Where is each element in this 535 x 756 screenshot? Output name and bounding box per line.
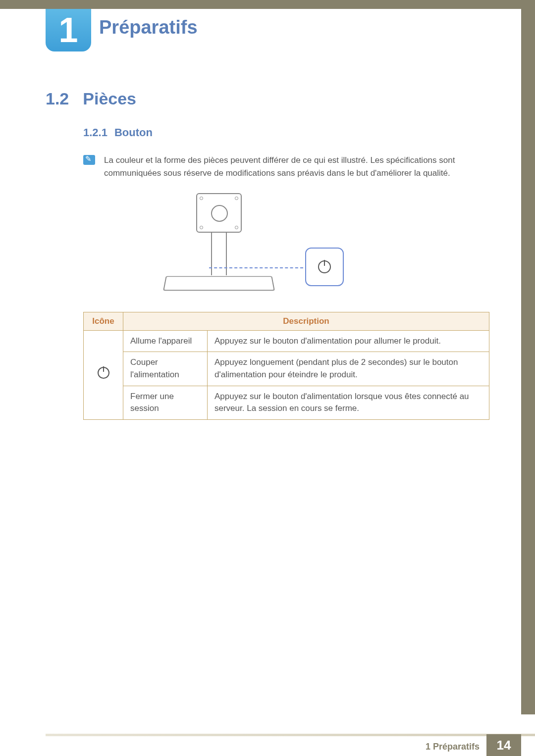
description-cell: Appuyez sur le bouton d'alimentation pou… <box>208 330 489 352</box>
header-description: Description <box>123 312 489 330</box>
screw-hole-icon <box>200 226 203 229</box>
product-diagram <box>83 193 490 302</box>
subsection-title: Bouton <box>114 126 153 139</box>
side-decor-band <box>521 0 535 714</box>
page-number-badge: 14 <box>486 734 521 756</box>
section-heading: 1.2 Pièces <box>46 89 490 108</box>
power-icon-cell <box>84 330 123 419</box>
section-title: Pièces <box>83 89 136 108</box>
description-cell: Appuyez sur le bouton d'alimentation lor… <box>208 386 489 419</box>
button-description-table: Icône Description Allume l'appareil Appu… <box>83 312 489 420</box>
screw-hole-icon <box>200 197 203 200</box>
chapter-title: Préparatifs <box>99 17 198 38</box>
page-content: 1.2 Pièces 1.2.1 Bouton La couleur et la… <box>46 89 490 420</box>
footer-divider <box>46 734 535 736</box>
stand-base <box>163 276 275 291</box>
chapter-number: 1 <box>59 13 78 48</box>
table-row: Couper l'alimentation Appuyez longuement… <box>84 352 489 386</box>
monitor-stand-illustration <box>158 193 296 297</box>
section-number: 1.2 <box>46 89 69 108</box>
table-header-row: Icône Description <box>84 312 489 330</box>
screw-hole-icon <box>235 197 238 200</box>
page-footer: 1 Préparatifs 14 <box>0 727 535 756</box>
table-row: Allume l'appareil Appuyez sur le bouton … <box>84 330 489 352</box>
mount-plate <box>196 193 242 233</box>
action-cell: Allume l'appareil <box>123 330 208 352</box>
power-button-callout <box>305 248 344 286</box>
subsection-number: 1.2.1 <box>83 126 107 139</box>
action-cell: Fermer une session <box>123 386 208 419</box>
header-icon: Icône <box>84 312 123 330</box>
pivot-circle-icon <box>211 205 228 222</box>
description-cell: Appuyez longuement (pendant plus de 2 se… <box>208 352 489 386</box>
callout-dashed-line <box>209 267 303 268</box>
subsection-heading: 1.2.1 Bouton <box>83 126 490 139</box>
table-row: Fermer une session Appuyez sur le bouton… <box>84 386 489 419</box>
power-icon <box>318 260 331 273</box>
note-text: La couleur et la forme des pièces peuven… <box>104 154 490 180</box>
stand-neck <box>211 233 227 275</box>
power-icon <box>98 367 109 379</box>
footer-breadcrumb: 1 Préparatifs <box>426 742 480 752</box>
note-icon <box>83 155 95 165</box>
screw-hole-icon <box>235 226 238 229</box>
top-decor-band <box>0 0 535 9</box>
chapter-number-tab: 1 <box>46 9 91 51</box>
action-cell: Couper l'alimentation <box>123 352 208 386</box>
note-block: La couleur et la forme des pièces peuven… <box>83 154 490 180</box>
